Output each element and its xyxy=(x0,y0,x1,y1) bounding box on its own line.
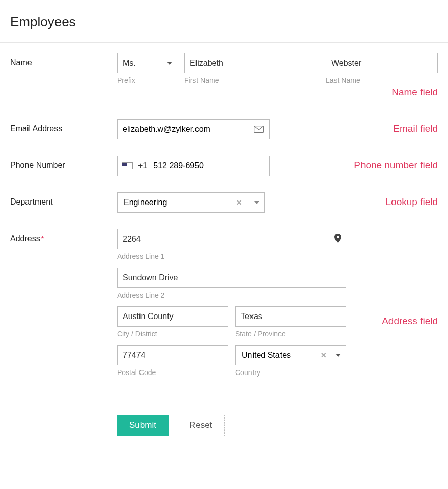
annotation-phone: Phone number field xyxy=(326,156,438,171)
row-address: Address* Address Line 1 Address Line 2 xyxy=(10,229,438,377)
envelope-icon xyxy=(254,126,264,133)
form-footer: Submit Reset xyxy=(0,402,448,451)
annotation-lookup: Lookup field xyxy=(326,192,438,208)
email-icon-button[interactable] xyxy=(247,120,269,139)
map-pin-icon[interactable] xyxy=(334,234,341,245)
row-department: Department × Lookup field xyxy=(10,192,438,213)
reset-button[interactable]: Reset xyxy=(177,415,225,436)
city-input[interactable] xyxy=(117,306,228,327)
postal-input[interactable] xyxy=(117,345,228,365)
country-select[interactable]: × xyxy=(235,345,346,365)
name-fields: Prefix First Name xyxy=(117,53,326,84)
annotation-name: Name field xyxy=(326,84,438,98)
chevron-down-icon xyxy=(254,201,259,204)
department-input[interactable] xyxy=(123,197,233,208)
chevron-down-icon xyxy=(335,354,341,357)
address-fields: Address Line 1 Address Line 2 City / Dis… xyxy=(117,229,351,377)
state-input[interactable] xyxy=(235,306,346,327)
sublabel-city: City / District xyxy=(117,330,228,338)
phone-fields: +1 xyxy=(117,156,326,176)
sublabel-country: Country xyxy=(235,368,346,377)
label-email: Email Address xyxy=(10,119,117,133)
department-lookup[interactable]: × xyxy=(117,192,265,213)
page-title: Employees xyxy=(0,0,448,42)
phone-country-code: +1 xyxy=(138,161,147,170)
row-phone: Phone Number +1 Phone number field xyxy=(10,156,438,176)
flag-us-icon xyxy=(122,162,133,169)
address-line1-input[interactable] xyxy=(117,229,346,249)
row-email: Email Address Email field xyxy=(10,119,438,139)
sublabel-addr1: Address Line 1 xyxy=(117,252,346,261)
annotation-address: Address field xyxy=(351,229,438,327)
last-name-fields: Last Name Name field xyxy=(326,53,438,98)
clear-icon[interactable]: × xyxy=(318,350,329,361)
email-input[interactable] xyxy=(118,120,247,139)
sublabel-addr2: Address Line 2 xyxy=(117,291,346,299)
sublabel-last-name: Last Name xyxy=(326,76,438,84)
email-fields xyxy=(117,119,326,139)
sublabel-prefix: Prefix xyxy=(117,76,178,84)
row-name: Name Prefix First Name Last Name Name xyxy=(10,53,438,98)
department-fields: × xyxy=(117,192,326,213)
first-name-input[interactable] xyxy=(184,53,302,73)
prefix-select[interactable] xyxy=(117,53,178,73)
form-body: Name Prefix First Name Last Name Name xyxy=(0,43,448,402)
phone-group[interactable]: +1 xyxy=(117,156,270,176)
label-phone: Phone Number xyxy=(10,156,117,170)
sublabel-first-name: First Name xyxy=(184,76,302,84)
phone-number-input[interactable] xyxy=(152,161,265,171)
sublabel-postal: Postal Code xyxy=(117,368,228,377)
clear-icon[interactable]: × xyxy=(233,197,245,208)
label-name: Name xyxy=(10,53,117,67)
address-line2-input[interactable] xyxy=(117,268,346,288)
submit-button[interactable]: Submit xyxy=(117,415,169,436)
label-address: Address* xyxy=(10,229,117,243)
country-input[interactable] xyxy=(241,350,318,360)
sublabel-state: State / Province xyxy=(235,330,346,338)
last-name-input[interactable] xyxy=(326,53,438,73)
required-asterisk: * xyxy=(41,235,44,243)
label-department: Department xyxy=(10,192,117,207)
annotation-email: Email field xyxy=(326,119,438,134)
